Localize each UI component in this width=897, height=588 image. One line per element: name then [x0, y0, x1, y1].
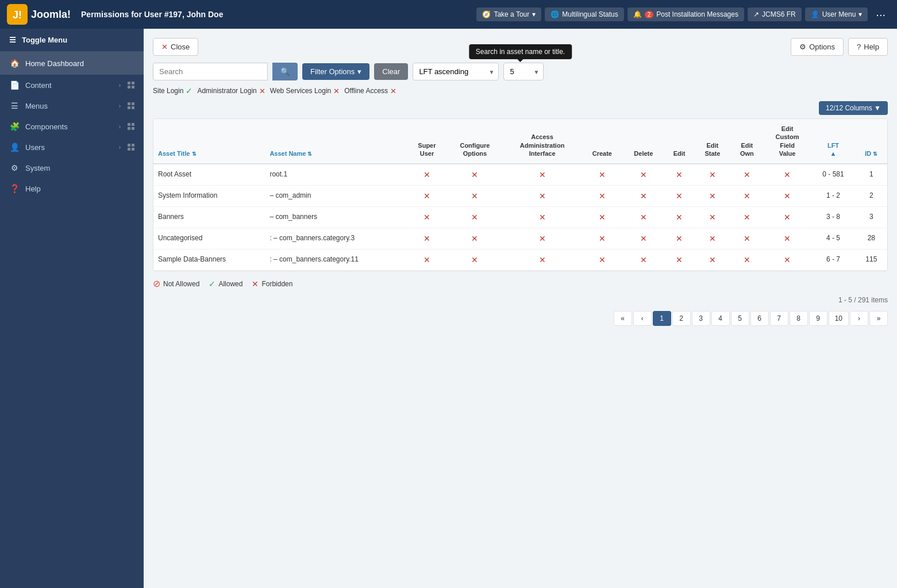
permissions-table-wrap: Asset Title ⇅ Asset Name ⇅ SuperUser Con…: [153, 118, 888, 271]
x-icon: ✕: [471, 255, 478, 264]
cell-delete: ✕: [623, 207, 664, 228]
col-create: Create: [581, 119, 623, 164]
multilingual-button[interactable]: 🌐 Multilingual Status: [545, 7, 623, 21]
sidebar-item-help[interactable]: ❓ Help: [0, 178, 144, 199]
sort-select[interactable]: LFT ascending LFT descending ID ascendin…: [413, 63, 499, 80]
chevron-down-icon: ▾: [858, 10, 862, 18]
search-input-wrap: [153, 63, 268, 80]
cell-edit: ✕: [664, 186, 694, 207]
logo-text: Joomla!: [31, 9, 71, 21]
page-btn-3[interactable]: 3: [692, 311, 710, 326]
x-icon: ✕: [640, 213, 647, 222]
cell-edit-own: ✕: [730, 249, 764, 271]
page-last-next[interactable]: ›: [850, 311, 868, 326]
page-btn-2[interactable]: 2: [672, 311, 691, 326]
page-btn-7[interactable]: 7: [770, 311, 788, 326]
remove-filter-icon[interactable]: ✕: [259, 87, 265, 95]
x-icon: ✕: [709, 170, 716, 179]
sidebar: ☰ Toggle Menu 🏠 Home Dashboard 📄 Content…: [0, 29, 144, 588]
x-icon: ✕: [471, 213, 478, 222]
system-icon: ⚙: [9, 163, 20, 172]
col-asset-name[interactable]: Asset Name ⇅: [265, 119, 407, 164]
not-allowed-icon: ⊘: [153, 278, 160, 289]
x-icon: ✕: [539, 234, 546, 243]
x-icon: ✕: [599, 213, 606, 222]
page-btn-9[interactable]: 9: [809, 311, 827, 326]
col-id[interactable]: ID ⇅: [856, 119, 887, 164]
table-row: Sample Data-Banners : – com_banners.cate…: [153, 249, 887, 271]
cell-create: ✕: [581, 249, 623, 271]
page-first-prev[interactable]: «: [614, 311, 632, 326]
cell-edit-state: ✕: [695, 249, 730, 271]
page-last-next[interactable]: »: [869, 311, 888, 326]
translate-icon: 🌐: [550, 10, 559, 18]
pagination: «‹12345678910›»: [614, 311, 888, 326]
col-lft[interactable]: LFT▲: [811, 119, 855, 164]
sidebar-item-components[interactable]: 🧩 Components ›: [0, 116, 144, 137]
remove-filter-icon[interactable]: ✕: [333, 87, 340, 95]
components-icon: 🧩: [9, 122, 20, 131]
tour-button[interactable]: 🧭 Take a Tour ▾: [476, 7, 541, 21]
x-icon: ✕: [539, 191, 546, 201]
num-per-page-select[interactable]: 5 10 15 20 25 50: [503, 63, 544, 80]
filter-options-button[interactable]: Filter Options ▾: [302, 63, 369, 80]
compass-icon: 🧭: [482, 10, 491, 18]
remove-filter-icon[interactable]: ✕: [390, 87, 396, 95]
sidebar-item-home-dashboard[interactable]: 🏠 Home Dashboard: [0, 52, 144, 75]
page-btn-5[interactable]: 5: [731, 311, 749, 326]
notifications-badge: 2: [645, 11, 654, 18]
cell-edit-custom: ✕: [764, 228, 811, 249]
page-btn-1[interactable]: 1: [653, 311, 671, 326]
options-button[interactable]: ⚙ Options: [791, 38, 844, 56]
legend-allowed: ✓ Allowed: [209, 279, 242, 289]
x-icon: ✕: [784, 234, 791, 243]
help-button[interactable]: ? Help: [848, 38, 888, 56]
sort-icon: ⇅: [307, 151, 312, 157]
search-button[interactable]: 🔍: [272, 63, 298, 80]
jcms-button[interactable]: ↗ JCMS6 FR: [748, 7, 802, 21]
page-btn-6[interactable]: 6: [750, 311, 769, 326]
home-icon: 🏠: [9, 59, 20, 68]
columns-button[interactable]: 12/12 Columns ▼: [819, 101, 888, 115]
clear-button[interactable]: Clear: [374, 63, 408, 80]
sidebar-item-system[interactable]: ⚙ System: [0, 157, 144, 178]
x-icon: ✕: [424, 170, 430, 179]
page-first-prev[interactable]: ‹: [633, 311, 652, 326]
cell-asset-title: Banners: [153, 207, 265, 228]
x-icon: ✕: [676, 213, 683, 222]
num-select-wrap: 5 10 15 20 25 50: [503, 63, 544, 80]
notifications-button[interactable]: 🔔 2 Post Installation Messages: [627, 7, 744, 21]
x-icon: ✕: [784, 213, 791, 222]
cell-id: 2: [856, 186, 887, 207]
cell-configure-options: ✕: [446, 228, 503, 249]
x-icon: ✕: [424, 255, 430, 264]
toggle-menu[interactable]: ☰ Toggle Menu: [0, 29, 144, 52]
sidebar-item-users[interactable]: 👤 Users ›: [0, 137, 144, 157]
more-button[interactable]: ···: [871, 6, 890, 24]
users-icon: 👤: [9, 143, 20, 152]
x-icon: ✕: [539, 213, 546, 222]
user-menu-button[interactable]: 👤 User Menu ▾: [805, 7, 868, 21]
sidebar-item-content[interactable]: 📄 Content ›: [0, 75, 144, 95]
cell-access-admin: ✕: [503, 249, 582, 271]
sidebar-item-menus[interactable]: ☰ Menus ›: [0, 95, 144, 116]
filter-offline-access: Offline Access ✕: [344, 87, 396, 95]
legend-not-allowed: ⊘ Not Allowed: [153, 278, 199, 289]
x-icon: ✕: [744, 170, 750, 179]
page-btn-10[interactable]: 10: [829, 311, 849, 326]
cell-access-admin: ✕: [503, 186, 582, 207]
close-button[interactable]: ✕ Close: [153, 38, 198, 56]
topbar: J! Joomla! Permissions for User #197, Jo…: [0, 0, 897, 29]
search-input[interactable]: [153, 63, 268, 80]
page-btn-4[interactable]: 4: [711, 311, 730, 326]
x-icon: ✕: [424, 191, 430, 201]
cell-delete: ✕: [623, 186, 664, 207]
x-icon: ✕: [599, 234, 606, 243]
col-asset-title[interactable]: Asset Title ⇅: [153, 119, 265, 164]
page-btn-8[interactable]: 8: [790, 311, 808, 326]
pagination-controls: «‹12345678910›»: [153, 311, 888, 326]
cell-lft: 3 - 8: [811, 207, 855, 228]
table-row: Root Asset root.1 ✕✕✕✕✕✕✕✕✕ 0 - 581 1: [153, 164, 887, 186]
logo[interactable]: J! Joomla!: [7, 4, 71, 25]
cell-configure-options: ✕: [446, 186, 503, 207]
